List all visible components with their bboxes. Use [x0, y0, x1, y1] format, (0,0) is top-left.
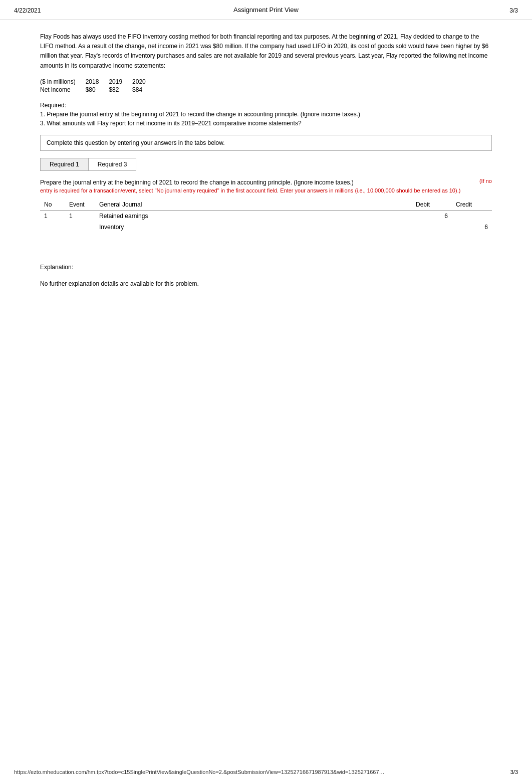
col-header-credit: Credit: [452, 199, 492, 211]
explanation-section: Explanation: No further explanation deta…: [40, 263, 492, 289]
instruction-text: Complete this question by entering your …: [47, 139, 225, 146]
row1-debit: 6: [412, 210, 452, 222]
col-header-no: No: [40, 199, 65, 211]
journal-instruction-main: Prepare the journal entry at the beginni…: [40, 179, 354, 186]
journal-table: No Event General Journal Debit Credit 1 …: [40, 199, 492, 233]
row2-no: [40, 222, 65, 233]
table-header-2020: 2020: [132, 78, 156, 86]
table-row-2018: $80: [86, 86, 109, 94]
required-label: Required:: [40, 101, 492, 110]
row2-event: [65, 222, 95, 233]
required-item-3: 3. What amounts will Flay report for net…: [40, 119, 492, 128]
row1-no: 1: [40, 210, 65, 222]
explanation-label: Explanation:: [40, 263, 492, 272]
row2-credit: 6: [452, 222, 492, 233]
table-row-2019: $82: [109, 86, 132, 94]
page-title: Assignment Print View: [233, 6, 299, 14]
table-row: Inventory 6: [40, 222, 492, 233]
row2-debit: [412, 222, 452, 233]
net-income-table: ($ in millions) 2018 2019 2020 Net incom…: [40, 78, 156, 94]
instruction-box: Complete this question by entering your …: [40, 135, 492, 151]
table-row-label: Net income: [40, 86, 86, 94]
table-header-2018: 2018: [86, 78, 109, 86]
required-section: Required: 1. Prepare the journal entry a…: [40, 101, 492, 128]
table-row: 1 1 Retained earnings 6: [40, 210, 492, 222]
row1-event: 1: [65, 210, 95, 222]
col-header-event: Event: [65, 199, 95, 211]
table-header-2019: 2019: [109, 78, 132, 86]
ifno-note: (If no: [479, 178, 492, 184]
journal-instruction-red: entry is required for a transaction/even…: [40, 187, 460, 193]
tab-required-1[interactable]: Required 1: [41, 158, 89, 170]
col-header-debit: Debit: [412, 199, 452, 211]
required-item-1: 1. Prepare the journal entry at the begi…: [40, 110, 492, 119]
problem-paragraph: Flay Foods has always used the FIFO inve…: [40, 32, 492, 71]
col-header-general-journal: General Journal: [95, 199, 412, 211]
table-row-2020: $84: [132, 86, 156, 94]
row1-account: Retained earnings: [95, 210, 412, 222]
page-number: 3/3: [509, 7, 518, 14]
row1-credit: [452, 210, 492, 222]
tabs-container: Required 1 Required 3: [40, 158, 136, 171]
date-label: 4/22/2021: [14, 7, 41, 14]
journal-instructions-block: (If no Prepare the journal entry at the …: [40, 178, 492, 194]
explanation-text: No further explanation details are avail…: [40, 279, 492, 289]
table-header-label: ($ in millions): [40, 78, 86, 86]
row2-account: Inventory: [95, 222, 412, 233]
tab-required-3[interactable]: Required 3: [89, 158, 136, 170]
